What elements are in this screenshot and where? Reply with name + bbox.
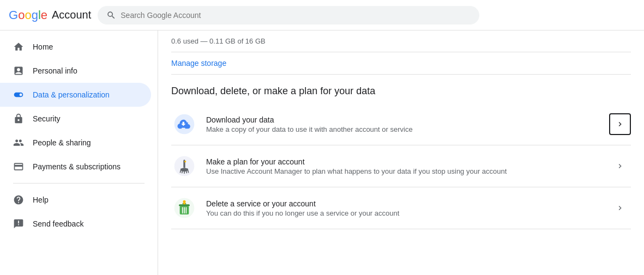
make-plan-content: Make a plan for your account Use Inactiv… — [206, 157, 609, 175]
sidebar-item-help-label: Help — [33, 195, 49, 204]
sidebar-item-home-label: Home — [33, 42, 53, 51]
delete-service-desc: You can do this if you no longer use a s… — [206, 209, 609, 217]
download-data-content: Download your data Make a copy of your d… — [206, 115, 609, 133]
credit-card-icon — [13, 161, 24, 172]
manage-storage-link[interactable]: Manage storage — [171, 52, 226, 74]
download-data-title: Download your data — [206, 115, 609, 124]
delete-service-content: Delete a service or your account You can… — [206, 199, 609, 217]
svg-point-10 — [184, 161, 186, 162]
sidebar-item-data-personalization[interactable]: Data & personalization — [0, 83, 151, 107]
delete-service-title: Delete a service or your account — [206, 199, 609, 208]
storage-info: 0.6 used — 0.11 GB of 16 GB — [171, 30, 631, 52]
make-plan-desc: Use Inactive Account Manager to plan wha… — [206, 167, 609, 175]
search-input[interactable] — [121, 11, 471, 20]
sidebar-item-security-label: Security — [33, 114, 61, 123]
search-bar[interactable] — [98, 6, 479, 25]
storage-text: 0.6 used — 0.11 GB of 16 GB — [171, 37, 266, 45]
download-data-arrow[interactable] — [609, 113, 631, 135]
sidebar-item-personal-info-label: Personal info — [33, 66, 77, 75]
svg-point-18 — [183, 200, 186, 203]
svg-line-8 — [186, 170, 186, 173]
google-account-logo: Google Account — [9, 8, 91, 22]
search-icon — [106, 10, 116, 20]
lock-icon — [13, 113, 24, 124]
sidebar-item-data-label: Data & personalization — [33, 90, 110, 99]
make-plan-title: Make a plan for your account — [206, 157, 609, 166]
download-data-desc: Make a copy of your data to use it with … — [206, 125, 609, 133]
sidebar-item-payments-label: Payments & subscriptions — [33, 162, 121, 171]
make-plan-icon — [171, 153, 197, 179]
list-item-delete-service[interactable]: Delete a service or your account You can… — [171, 187, 631, 229]
sidebar-item-people-sharing[interactable]: People & sharing — [0, 131, 151, 155]
help-icon — [13, 194, 24, 205]
account-label: Account — [52, 9, 91, 21]
section-title: Download, delete, or make a plan for you… — [171, 75, 631, 103]
sidebar-item-help[interactable]: Help — [0, 188, 151, 212]
sidebar-divider — [13, 183, 145, 184]
delete-service-icon — [171, 195, 197, 221]
make-plan-arrow[interactable] — [609, 155, 631, 177]
svg-line-6 — [182, 170, 183, 173]
sidebar: Home Personal info Data & personalizatio… — [0, 30, 158, 275]
svg-rect-13 — [179, 204, 190, 206]
list-item-make-plan[interactable]: Make a plan for your account Use Inactiv… — [171, 145, 631, 187]
body: Home Personal info Data & personalizatio… — [0, 30, 644, 275]
delete-service-arrow[interactable] — [609, 197, 631, 219]
sidebar-item-personal-info[interactable]: Personal info — [0, 59, 151, 83]
sidebar-item-payments[interactable]: Payments & subscriptions — [0, 155, 151, 179]
home-icon — [13, 41, 24, 52]
sidebar-item-feedback-label: Send feedback — [33, 219, 83, 228]
data-section: Download, delete, or make a plan for you… — [171, 75, 631, 229]
download-data-icon — [171, 111, 197, 137]
sidebar-item-security[interactable]: Security — [0, 107, 151, 131]
list-item-download-data[interactable]: Download your data Make a copy of your d… — [171, 103, 631, 145]
feedback-icon — [13, 218, 24, 229]
google-wordmark: Google — [9, 8, 47, 22]
person-icon — [13, 65, 24, 76]
header: Google Account — [0, 0, 644, 30]
svg-rect-1 — [182, 128, 185, 129]
toggle-icon — [13, 89, 24, 100]
sidebar-item-home[interactable]: Home — [0, 35, 151, 59]
main-content: 0.6 used — 0.11 GB of 16 GB Manage stora… — [158, 30, 644, 275]
sidebar-item-people-label: People & sharing — [33, 138, 91, 147]
sidebar-item-feedback[interactable]: Send feedback — [0, 212, 151, 236]
people-icon — [13, 137, 24, 148]
